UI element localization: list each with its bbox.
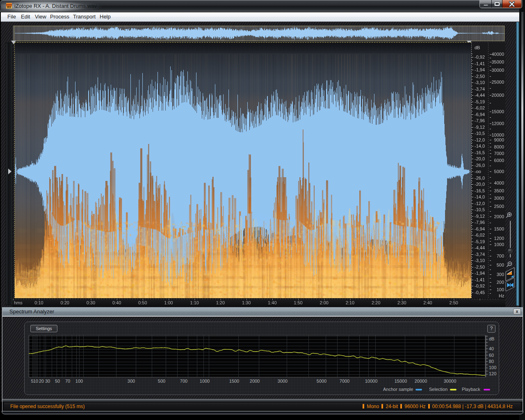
svg-text:RX: RX bbox=[7, 6, 11, 9]
